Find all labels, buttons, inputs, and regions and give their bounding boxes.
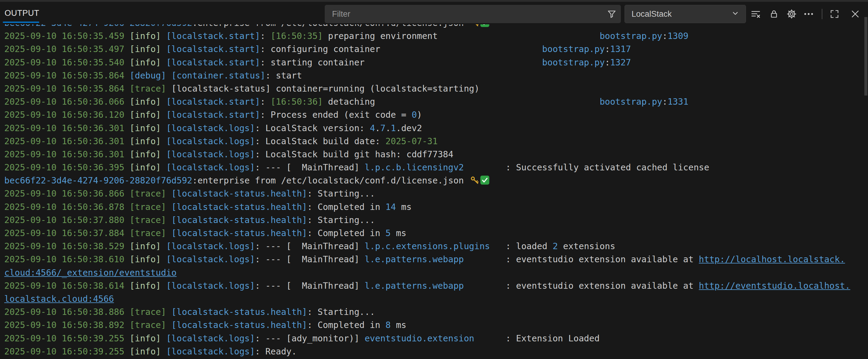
log-text-segment: [trace]	[130, 320, 166, 330]
log-text-segment: 7	[380, 123, 385, 133]
chevron-down-icon	[731, 8, 740, 20]
log-text-segment: [localstack-status.health]	[172, 189, 307, 199]
clear-output-icon[interactable]	[750, 8, 762, 20]
log-text-segment: 2025-09-10 16:50:37.884	[4, 228, 130, 238]
log-text-segment: [info]	[130, 333, 166, 344]
log-text-segment: 2025-09-10 16:50:36.395	[4, 162, 130, 172]
log-text-segment: [localstack-status.health]	[172, 228, 307, 238]
log-link[interactable]: http://eventstudio.localhost.	[699, 281, 850, 291]
log-text-segment: 14	[385, 202, 396, 212]
log-text-segment: 2025-09-10 16:50:36.301	[4, 136, 130, 146]
log-text-segment: : LocalStack version:	[255, 123, 370, 133]
log-text-segment	[380, 44, 542, 54]
log-text-segment: [localstack.logs]	[166, 281, 255, 291]
log-text-segment	[166, 189, 172, 199]
log-line: 2025-09-10 16:50:35.540 [info] [localsta…	[0, 56, 868, 69]
filter-input[interactable]	[325, 9, 602, 19]
log-text-segment: : --- [ MainThread]	[255, 254, 365, 264]
log-text-segment	[438, 31, 599, 41]
log-text-segment: [localstack.logs]	[166, 150, 255, 159]
close-panel-icon[interactable]	[849, 8, 861, 20]
log-text-segment: 2025-09-10 16:50:35.864	[4, 84, 130, 94]
log-text-segment: [trace]	[130, 228, 166, 238]
channel-select-label: LocalStack	[631, 9, 672, 19]
log-text-segment: : eventstudio extension available at	[464, 254, 699, 264]
log-text-segment: 5	[385, 228, 391, 238]
log-text-segment: [info]	[130, 150, 166, 159]
log-text-segment: [info]	[130, 97, 166, 107]
log-text-segment: : eventstudio extension available at	[464, 281, 699, 291]
log-link[interactable]: localstack.cloud:4566	[4, 294, 114, 304]
log-text-segment: : Extension Loaded	[474, 333, 599, 344]
log-line: 2025-09-10 16:50:38.886 [trace] [localst…	[0, 305, 868, 319]
filter-funnel-icon[interactable]	[602, 9, 621, 19]
log-text-segment: : Starting...	[307, 215, 375, 225]
log-text-segment: [info]	[130, 44, 166, 54]
channel-select[interactable]: LocalStack	[624, 5, 746, 23]
log-text-segment: [localstack.logs]	[166, 162, 255, 172]
log-text-segment: :enterprise from /etc/localstack/conf.d/…	[192, 175, 469, 186]
maximize-panel-icon[interactable]	[829, 8, 840, 20]
log-line: 2025-09-10 16:50:36.395 [info] [localsta…	[0, 161, 868, 174]
log-line: 2025-09-10 16:50:38.614 [info] [localsta…	[0, 279, 868, 292]
log-text-segment: : --- [ady_monitor)]	[255, 333, 365, 344]
log-text-segment	[166, 202, 172, 212]
log-line: cloud:4566/_extension/eventstudio	[0, 266, 868, 279]
log-line: 2025-09-10 16:50:37.884 [trace] [localst…	[0, 227, 868, 240]
log-text-segment: preparing environment	[323, 31, 438, 41]
log-text-segment: eventstudio.extension	[365, 333, 474, 344]
log-text-segment: [info]	[130, 241, 166, 251]
log-line: 2025-09-10 16:50:36.301 [info] [localsta…	[0, 148, 868, 161]
log-line: 2025-09-10 16:50:36.866 [trace] [localst…	[0, 187, 868, 200]
log-text-segment: bec66f22-3d4e-4274-9206-28820f76d592	[4, 175, 192, 186]
log-text-segment: : configuring container	[260, 44, 380, 54]
log-link[interactable]: http://localhost.localstack.	[699, 254, 845, 264]
log-text-segment: 2025-09-10 16:50:38.614	[4, 281, 130, 291]
log-text-segment	[166, 307, 172, 317]
log-text-segment: [trace]	[130, 84, 166, 94]
log-line: localstack.cloud:4566	[0, 292, 868, 305]
log-text-segment: 2025-09-10 16:50:38.886	[4, 307, 130, 317]
log-text-segment: : Process ended (exit code =	[260, 110, 412, 120]
log-text-segment: 1327	[610, 58, 631, 68]
log-line: 2025-09-10 16:50:36.878 [trace] [localst…	[0, 200, 868, 214]
log-text-segment: [localstack.logs]	[166, 347, 255, 357]
log-text-segment: [localstack-status.health]	[172, 215, 307, 225]
vertical-scrollbar[interactable]	[864, 17, 867, 96]
log-text-segment: detaching	[323, 97, 375, 107]
log-text-segment: : Completed in	[307, 228, 385, 238]
log-text-segment: 2025-09-10 16:50:35.459	[4, 31, 130, 41]
more-actions-icon[interactable]	[803, 8, 814, 20]
log-text-segment: :	[662, 31, 668, 41]
log-text-segment: : loaded	[490, 241, 553, 251]
log-text-segment: .	[385, 123, 391, 133]
log-text-segment: 2025-09-10 16:50:38.892	[4, 320, 130, 330]
log-link[interactable]: cloud:4566/_extension/eventstudio	[4, 268, 177, 278]
tab-output[interactable]: OUTPUT	[5, 8, 39, 18]
log-line: bec66f22-3d4e-4274-9206-28820f76d592:ent…	[0, 174, 868, 187]
log-text-segment: [localstack-status.health]	[172, 320, 307, 330]
log-text-segment: extensions	[558, 241, 615, 251]
log-text-segment: [trace]	[130, 307, 166, 317]
log-text-segment: : Completed in	[307, 320, 385, 330]
log-text-segment: bootstrap.py	[542, 58, 605, 68]
log-text-segment: [localstack.logs]	[166, 241, 255, 251]
log-text-segment: ms	[391, 228, 406, 238]
log-text-segment: l.p.c.extensions.plugins	[365, 241, 490, 251]
log-line: 2025-09-10 16:50:39.255 [info] [localsta…	[0, 345, 868, 358]
log-text-segment: 2025-09-10 16:50:36.301	[4, 150, 130, 159]
log-text-segment: [localstack.start]	[166, 97, 260, 107]
log-text-segment: 2025-09-10 16:50:38.529	[4, 241, 130, 251]
log-text-segment: ms	[391, 320, 406, 330]
log-text-segment: 2025-09-10 16:50:36.866	[4, 189, 130, 199]
log-text-segment: [localstack-status.health]	[172, 202, 307, 212]
log-text-segment: [info]	[130, 31, 166, 41]
lock-scroll-icon[interactable]	[768, 8, 780, 20]
log-text-segment: bootstrap.py	[599, 97, 662, 107]
log-text-segment: [localstack.start]	[166, 58, 260, 68]
log-text-segment: [info]	[130, 347, 166, 357]
log-text-segment: : Starting...	[307, 189, 375, 199]
log-text-segment: 2	[553, 241, 558, 251]
log-view: bec66f22-3d4e-4274-9206-28820f76d592:ent…	[0, 17, 868, 358]
settings-gear-icon[interactable]	[786, 8, 797, 20]
